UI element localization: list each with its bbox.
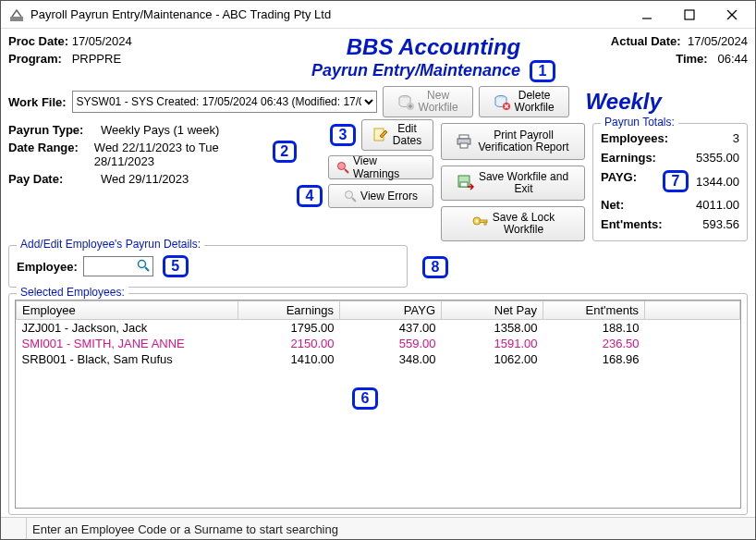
actual-date-value: 17/05/2024 (688, 34, 748, 48)
employee-table-scroll[interactable]: Employee Earnings PAYG Net Pay Ent'ments… (15, 300, 741, 509)
totals-payg-value: 1344.00 (696, 175, 739, 189)
totals-earnings-value: 5355.00 (696, 151, 739, 165)
workfile-select[interactable]: SYSW01 - SYS Created: 17/05/2024 06:43 (… (72, 91, 377, 113)
table-row[interactable]: SMI001 - SMITH, JANE ANNE2150.00559.0015… (17, 336, 740, 351)
payrun-type-value: Weekly Pays (1 week) (101, 123, 219, 137)
program-value: PRPPRE (72, 52, 121, 66)
pay-date-value: Wed 29/11/2023 (101, 172, 189, 186)
totals-ent-value: 593.56 (702, 217, 739, 231)
addedit-legend: Add/Edit Employee's Payrun Details: (17, 238, 204, 251)
cell-entments: 188.10 (543, 320, 645, 337)
svg-point-27 (138, 260, 145, 267)
magnifier-grey-icon (344, 190, 357, 202)
cell-entments: 236.50 (543, 336, 645, 351)
frequency-label: Weekly (586, 89, 662, 115)
svg-point-16 (346, 191, 353, 199)
edit-dates-button[interactable]: EditDates (361, 119, 433, 151)
proc-date-value: 17/05/2024 (72, 34, 132, 48)
status-bar: Enter an Employee Code or a Surname to s… (1, 517, 755, 540)
cell-earnings: 2150.00 (238, 336, 340, 351)
callout-1: 1 (530, 60, 555, 82)
save-lock-button[interactable]: Save & LockWorkfile (441, 206, 585, 241)
svg-point-24 (475, 220, 478, 223)
selected-employees-group: Selected Employees: Employee Earnings PA… (8, 293, 748, 515)
col-entments[interactable]: Ent'ments (543, 301, 645, 320)
pay-date-label: Pay Date: (8, 172, 101, 186)
svg-rect-26 (484, 222, 486, 225)
time-label: Time: (676, 52, 707, 66)
svg-line-15 (345, 169, 348, 173)
selected-employees-legend: Selected Employees: (17, 286, 128, 299)
totals-ent-label: Ent'ments: (601, 217, 663, 231)
app-title: BBS Accounting (286, 34, 581, 60)
view-errors-button[interactable]: View Errors (328, 184, 433, 208)
app-icon (8, 6, 25, 23)
cell-employee: SMI001 - SMITH, JANE ANNE (17, 336, 238, 351)
printer-icon (457, 133, 473, 150)
cell-entments: 168.96 (543, 351, 645, 367)
table-row[interactable]: JZJ001 - Jackson, Jack1795.00437.001358.… (17, 320, 740, 337)
svg-line-28 (145, 267, 149, 271)
callout-5: 5 (163, 255, 189, 277)
employee-table: Employee Earnings PAYG Net Pay Ent'ments… (16, 301, 740, 367)
delete-workfile-button[interactable]: DeleteWorkfile (479, 86, 569, 117)
totals-payg-label: PAYG: (601, 170, 637, 192)
employee-search-input-wrap (83, 256, 153, 276)
callout-6: 6 (352, 387, 378, 410)
col-earnings[interactable]: Earnings (238, 301, 340, 320)
maximize-button[interactable] (668, 1, 711, 29)
new-workfile-button[interactable]: NewWorkfile (383, 86, 473, 117)
close-button[interactable] (711, 1, 753, 29)
callout-7: 7 (663, 170, 689, 192)
col-spacer (645, 301, 740, 320)
payrun-type-label: Payrun Type: (8, 123, 101, 137)
col-payg[interactable]: PAYG (340, 301, 442, 320)
col-netpay[interactable]: Net Pay (442, 301, 543, 320)
svg-rect-0 (10, 17, 23, 21)
time-value: 06:44 (717, 52, 748, 66)
workfile-label: Work File: (8, 95, 67, 109)
print-report-button[interactable]: Print PayrollVerification Report (441, 123, 585, 160)
svg-rect-2 (685, 10, 694, 19)
database-plus-icon (397, 93, 414, 110)
cell-earnings: 1410.00 (238, 351, 340, 367)
save-exit-button[interactable]: Save Workfile andExit (441, 166, 585, 201)
table-header-row: Employee Earnings PAYG Net Pay Ent'ments (17, 301, 740, 320)
totals-net-label: Net: (601, 198, 624, 212)
col-employee[interactable]: Employee (17, 301, 238, 320)
cell-payg: 559.00 (340, 336, 442, 351)
cell-netpay: 1591.00 (442, 336, 543, 351)
status-text: Enter an Employee Code or a Surname to s… (27, 522, 755, 536)
table-row[interactable]: SRB001 - Black, Sam Rufus1410.00348.0010… (17, 351, 740, 367)
cell-employee: JZJ001 - Jackson, Jack (17, 320, 238, 337)
svg-rect-22 (460, 182, 468, 187)
payrun-totals-legend: Payrun Totals: (601, 116, 678, 129)
callout-8: 8 (422, 256, 448, 278)
totals-employees-value: 3 (733, 131, 739, 145)
titlebar: Payroll Payrun Entry/Maintenance - ABC T… (1, 1, 755, 29)
view-warnings-button[interactable]: View Warnings (328, 155, 433, 179)
key-icon (471, 215, 488, 232)
svg-line-17 (352, 198, 356, 202)
window-title: Payroll Payrun Entry/Maintenance - ABC T… (30, 7, 626, 21)
employee-label: Employee: (17, 260, 78, 274)
program-label: Program: (8, 52, 62, 66)
actual-date-label: Actual Date: (611, 34, 681, 48)
minimize-button[interactable] (626, 1, 668, 29)
proc-date-label: Proc Date: (8, 34, 68, 48)
svg-rect-18 (459, 135, 469, 139)
search-icon[interactable] (137, 259, 150, 275)
disk-arrow-icon (457, 175, 474, 191)
cell-payg: 437.00 (340, 320, 442, 337)
callout-2: 2 (273, 141, 297, 163)
employee-search-input[interactable] (84, 260, 130, 273)
cell-payg: 348.00 (340, 351, 442, 367)
date-range-label: Date Range: (8, 141, 94, 168)
svg-point-14 (338, 163, 346, 170)
svg-rect-20 (460, 143, 468, 148)
cell-employee: SRB001 - Black, Sam Rufus (17, 351, 238, 367)
addedit-group: Add/Edit Employee's Payrun Details: Empl… (8, 245, 408, 288)
app-subtitle: Payrun Entry/Maintenance (311, 61, 520, 80)
status-cell-left (1, 518, 27, 540)
totals-net-value: 4011.00 (696, 198, 739, 212)
